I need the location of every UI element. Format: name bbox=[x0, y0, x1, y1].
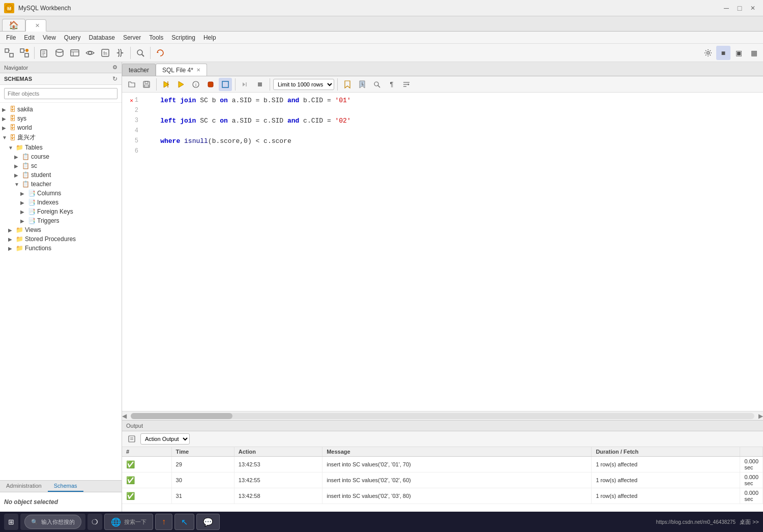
minimize-button[interactable]: ─ bbox=[720, 3, 732, 13]
tree-item-sys[interactable]: ▶ 🗄 sys bbox=[0, 114, 122, 123]
create-view-button[interactable] bbox=[83, 46, 97, 60]
tree-item-world[interactable]: ▶ 🗄 world bbox=[0, 123, 122, 132]
open-file-button[interactable] bbox=[125, 78, 138, 91]
refresh-icon[interactable]: ↻ bbox=[112, 75, 118, 82]
toolbar-sep-2 bbox=[130, 47, 131, 59]
tree-item-triggers[interactable]: ▶ 📑 Triggers bbox=[0, 216, 122, 225]
scroll-right-btn[interactable]: ▶ bbox=[758, 412, 763, 420]
local-instance-tab[interactable]: ✕ bbox=[25, 19, 46, 32]
toggle-invisible-chars-button[interactable]: ¶ bbox=[385, 78, 398, 91]
menu-database[interactable]: Database bbox=[85, 33, 119, 42]
layout3-button[interactable]: ▦ bbox=[747, 46, 761, 60]
reconnect-button[interactable] bbox=[153, 46, 167, 60]
filter-input[interactable] bbox=[4, 88, 118, 99]
win-controls[interactable]: ─ □ ✕ bbox=[720, 3, 759, 13]
code-editor[interactable]: ✕ 1 left join SC b on a.SID = b.SID and … bbox=[122, 93, 763, 411]
navigator-icon[interactable]: ⚙ bbox=[112, 64, 118, 71]
inspect-query-button[interactable] bbox=[133, 46, 148, 60]
create-procedure-button[interactable]: fn bbox=[98, 46, 112, 60]
stop-button[interactable] bbox=[204, 78, 217, 91]
menu-query[interactable]: Query bbox=[60, 33, 85, 42]
taskbar-right: https://blog.csdn.net/m0_46438275 桌面 >> bbox=[656, 518, 759, 526]
task-view-button[interactable]: ❍ bbox=[87, 514, 102, 530]
tree-item-indexes[interactable]: ▶ 📑 Indexes bbox=[0, 198, 122, 207]
tree-item-foreign-keys[interactable]: ▶ 📑 Foreign Keys bbox=[0, 207, 122, 216]
layout2-button[interactable]: ▣ bbox=[731, 46, 746, 60]
sql-tab-teacher[interactable]: teacher bbox=[122, 64, 156, 76]
tables-icon: 📁 bbox=[16, 144, 23, 151]
menu-tools[interactable]: Tools bbox=[145, 33, 167, 42]
horizontal-scrollbar[interactable]: ◀ ▶ bbox=[122, 411, 763, 420]
create-table-button[interactable] bbox=[68, 46, 82, 60]
menu-server[interactable]: Server bbox=[119, 33, 145, 42]
search-button[interactable] bbox=[370, 78, 384, 91]
home-tab[interactable]: 🏠 bbox=[2, 19, 25, 31]
sidebar-bottom: Administration Schemas No object selecte… bbox=[0, 480, 122, 512]
maximize-button[interactable]: □ bbox=[733, 3, 746, 13]
stop-all-button[interactable] bbox=[253, 78, 267, 91]
cursor-taskbar-app[interactable]: ↖ bbox=[174, 514, 194, 530]
desktop-label[interactable]: 桌面 >> bbox=[740, 518, 759, 526]
output-header: Output bbox=[122, 421, 763, 431]
tree-item-columns[interactable]: ▶ 📑 Columns bbox=[0, 189, 122, 198]
toggle-output-button[interactable] bbox=[219, 78, 232, 91]
arrow-icon: ▶ bbox=[2, 116, 8, 122]
scroll-thumb[interactable] bbox=[131, 413, 232, 419]
output-label: Output bbox=[126, 423, 143, 429]
tree-item-views[interactable]: ▶ 📁 Views bbox=[0, 225, 122, 234]
close-tab-icon[interactable]: ✕ bbox=[35, 22, 40, 29]
continue-button[interactable] bbox=[239, 78, 252, 91]
sql-tab-sqlfile4[interactable]: SQL File 4* ✕ bbox=[156, 64, 207, 76]
bookmark-button[interactable] bbox=[341, 78, 354, 91]
tree-item-stored-procedures[interactable]: ▶ 📁 Stored Procedures bbox=[0, 234, 122, 244]
wechat-taskbar-app[interactable]: 💬 bbox=[196, 514, 220, 530]
svg-marker-36 bbox=[345, 81, 350, 88]
output-icon-btn[interactable] bbox=[126, 433, 137, 445]
tree-item-tables[interactable]: ▼ 📁 Tables bbox=[0, 143, 122, 152]
url-label: https://blog.csdn.net/m0_46438275 bbox=[656, 519, 736, 525]
search-taskbar-button[interactable]: 🔍 输入你想搜的 bbox=[20, 514, 85, 530]
explain-button[interactable]: i bbox=[189, 78, 202, 91]
ie-taskbar-app[interactable]: 🌐 搜索一下 bbox=[104, 514, 153, 530]
menu-scripting[interactable]: Scripting bbox=[167, 33, 199, 42]
limit-rows-select[interactable]: Limit to 1000 rows bbox=[273, 79, 334, 90]
menu-help[interactable]: Help bbox=[199, 33, 220, 42]
tree-item-pangxingcai[interactable]: ▼ 🗄 庞兴才 bbox=[0, 132, 122, 143]
tree-item-teacher[interactable]: ▼ 📋 teacher bbox=[0, 180, 122, 189]
scroll-left-btn[interactable]: ◀ bbox=[122, 412, 127, 420]
menu-view[interactable]: View bbox=[39, 33, 60, 42]
code-line-2: 2 bbox=[122, 107, 763, 117]
search-box[interactable]: 🔍 输入你想搜的 bbox=[24, 515, 81, 529]
arrow-taskbar-app[interactable]: ↑ bbox=[155, 514, 172, 530]
execute-selected-button[interactable] bbox=[174, 78, 188, 91]
sidebar-tab-schemas[interactable]: Schemas bbox=[48, 481, 83, 492]
output-panel: Output Action Output # Time Action bbox=[122, 420, 763, 512]
scroll-track[interactable] bbox=[131, 413, 754, 419]
tree-item-course[interactable]: ▶ 📋 course bbox=[0, 152, 122, 161]
goto-bookmark-button[interactable] bbox=[356, 78, 369, 91]
menu-file[interactable]: File bbox=[2, 33, 20, 42]
tree-item-sakila[interactable]: ▶ 🗄 sakila bbox=[0, 105, 122, 114]
create-schema-button[interactable] bbox=[52, 46, 67, 60]
action-output-select[interactable]: Action Output bbox=[140, 433, 190, 445]
home-icon: 🏠 bbox=[9, 20, 19, 30]
tree-item-student[interactable]: ▶ 📋 student bbox=[0, 170, 122, 180]
create-function-button[interactable] bbox=[113, 46, 128, 60]
close-sql-tab-icon[interactable]: ✕ bbox=[196, 67, 200, 73]
tree-item-sc[interactable]: ▶ 📋 sc bbox=[0, 161, 122, 170]
close-button[interactable]: ✕ bbox=[747, 3, 759, 13]
new-connection-button[interactable] bbox=[2, 46, 16, 60]
execute-all-button[interactable] bbox=[160, 78, 173, 91]
layout1-button[interactable]: ■ bbox=[716, 46, 730, 60]
word-wrap-button[interactable] bbox=[400, 78, 413, 91]
tree-item-functions[interactable]: ▶ 📁 Functions bbox=[0, 244, 122, 253]
menu-edit[interactable]: Edit bbox=[20, 33, 39, 42]
save-file-button[interactable] bbox=[140, 78, 153, 91]
start-button[interactable]: ⊞ bbox=[4, 514, 18, 530]
sidebar-tab-administration[interactable]: Administration bbox=[0, 481, 48, 492]
settings-button[interactable] bbox=[701, 46, 715, 60]
open-sql-button[interactable] bbox=[37, 46, 51, 60]
manage-connection-button[interactable] bbox=[17, 46, 32, 60]
menubar: File Edit View Query Database Server Too… bbox=[0, 32, 763, 44]
fk-icon: 📑 bbox=[28, 208, 36, 215]
